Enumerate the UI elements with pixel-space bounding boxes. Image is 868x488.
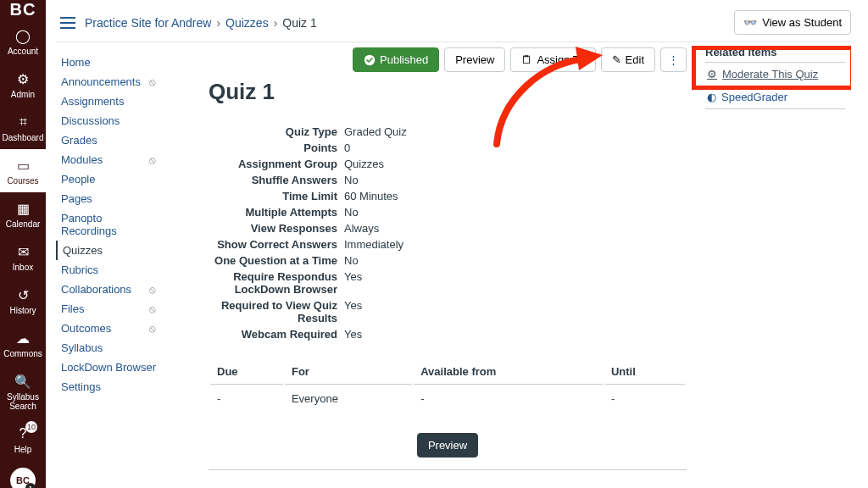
- nav-label: Announcements: [61, 75, 141, 88]
- courses-icon: ▭: [14, 156, 32, 175]
- hidden-icon: ⦸: [149, 323, 156, 335]
- breadcrumb-section[interactable]: Quizzes: [225, 16, 269, 30]
- detail-label: Shuffle Answers: [209, 174, 344, 186]
- detail-label: View Responses: [209, 222, 344, 235]
- related-items-aside: Related Items ⚙ Moderate This Quiz ◐ Spe…: [698, 42, 851, 488]
- cnav-item-assignments[interactable]: Assignments: [56, 92, 161, 111]
- detail-label: Time Limit: [209, 190, 344, 202]
- detail-row: Assignment GroupQuizzes: [209, 156, 598, 172]
- cnav-item-collaborations[interactable]: Collaborations⦸: [56, 280, 161, 299]
- nav-label: Syllabus: [61, 341, 103, 354]
- available-from-header: Available from: [414, 359, 603, 385]
- preview-quiz-button[interactable]: Preview: [417, 433, 478, 458]
- global-nav: BC ◯Account⚙Admin⌗Dashboard▭Courses▦Cale…: [0, 0, 46, 488]
- detail-value: Immediately: [344, 238, 403, 251]
- nav-label: Discussions: [61, 114, 120, 127]
- content-area: Published Preview 🗒 Assign To ✎ Edit ⋮: [166, 42, 698, 488]
- cnav-item-pages[interactable]: Pages: [56, 189, 161, 208]
- cnav-item-panopto-recordings[interactable]: Panopto Recordings: [56, 208, 161, 241]
- gnav-item-history[interactable]: ↺History: [0, 279, 46, 322]
- detail-value: Yes: [344, 328, 362, 341]
- preview-button[interactable]: Preview: [444, 47, 505, 72]
- cnav-item-announcements[interactable]: Announcements⦸: [56, 72, 161, 92]
- course-nav: HomeAnnouncements⦸AssignmentsDiscussions…: [56, 42, 166, 488]
- gnav-item-admin[interactable]: ⚙Admin: [0, 63, 46, 106]
- gnav-item-dashboard[interactable]: ⌗Dashboard: [0, 106, 46, 149]
- detail-label: Show Correct Answers: [209, 238, 344, 251]
- for-header: For: [285, 359, 412, 385]
- pencil-icon: ✎: [612, 53, 621, 66]
- admin-icon: ⚙: [14, 69, 32, 88]
- syllabus-search-icon: 🔍: [14, 372, 32, 391]
- nav-label: Files: [61, 302, 84, 315]
- detail-value: Quizzes: [344, 158, 384, 170]
- detail-row: Require Respondus LockDown BrowserYes: [209, 269, 598, 297]
- gnav-label: Courses: [7, 176, 38, 186]
- gnav-item-syllabus-search[interactable]: 🔍Syllabus Search: [0, 365, 46, 418]
- cnav-item-lockdown-browser[interactable]: LockDown Browser: [56, 358, 161, 377]
- detail-row: Shuffle AnswersNo: [209, 172, 598, 188]
- gnav-item-commons[interactable]: ☁Commons: [0, 322, 46, 365]
- gnav-item-help[interactable]: ?Help10: [0, 418, 46, 461]
- gnav-item-courses[interactable]: ▭Courses: [0, 149, 46, 192]
- hidden-icon: ⦸: [149, 154, 156, 166]
- cnav-item-grades[interactable]: Grades: [56, 130, 161, 150]
- related-items-heading: Related Items: [705, 46, 846, 63]
- hamburger-icon[interactable]: [56, 11, 80, 35]
- cnav-item-home[interactable]: Home: [56, 53, 161, 72]
- cnav-item-people[interactable]: People: [56, 169, 161, 189]
- edit-button[interactable]: ✎ Edit: [601, 47, 655, 72]
- quiz-details: Quiz TypeGraded QuizPoints0Assignment Gr…: [209, 124, 598, 342]
- nav-label: Quizzes: [63, 244, 103, 257]
- cnav-item-outcomes[interactable]: Outcomes⦸: [56, 319, 161, 338]
- more-options-button[interactable]: ⋮: [660, 47, 687, 72]
- cnav-item-discussions[interactable]: Discussions: [56, 111, 161, 130]
- cnav-item-rubrics[interactable]: Rubrics: [56, 260, 161, 280]
- gnav-item-inbox[interactable]: ✉Inbox: [0, 236, 46, 279]
- nav-label: Pages: [61, 192, 92, 205]
- cnav-item-quizzes[interactable]: Quizzes: [56, 241, 161, 260]
- cnav-item-modules[interactable]: Modules⦸: [56, 150, 161, 169]
- detail-value: Yes: [344, 299, 362, 324]
- assign-to-button[interactable]: 🗒 Assign To: [510, 47, 595, 72]
- nav-label: Collaborations: [61, 283, 131, 296]
- detail-row: Required to View Quiz ResultsYes: [209, 297, 598, 326]
- check-circle-icon: [364, 54, 376, 66]
- cnav-item-files[interactable]: Files⦸: [56, 299, 161, 319]
- nav-label: Panopto Recordings: [61, 212, 156, 237]
- gnav-label: Syllabus Search: [0, 392, 46, 411]
- nav-label: LockDown Browser: [61, 361, 156, 374]
- detail-label: Points: [209, 141, 344, 154]
- detail-value: Yes: [344, 270, 362, 296]
- detail-row: Webcam RequiredYes: [209, 326, 598, 342]
- detail-row: Show Correct AnswersImmediately: [209, 236, 598, 252]
- gnav-label: Calendar: [6, 219, 41, 229]
- moderate-this-quiz-link[interactable]: ⚙ Moderate This Quiz: [705, 63, 846, 86]
- detail-value: Always: [344, 222, 379, 235]
- detail-value: 60 Minutes: [344, 190, 398, 202]
- breadcrumb-site[interactable]: Practice Site for Andrew: [85, 16, 211, 30]
- brand-logo: BC: [0, 0, 46, 19]
- glasses-icon: 👓: [743, 16, 757, 29]
- nav-label: People: [61, 173, 95, 186]
- until-header: Until: [604, 359, 685, 385]
- gnav-item-calendar[interactable]: ▦Calendar: [0, 192, 46, 236]
- gnav-item-account[interactable]: ◯Account: [0, 19, 46, 63]
- view-as-student-button[interactable]: 👓 View as Student: [734, 10, 851, 35]
- assign-icon: 🗒: [521, 53, 532, 66]
- published-button[interactable]: Published: [353, 47, 439, 72]
- detail-row: Quiz TypeGraded Quiz: [209, 124, 598, 140]
- nav-label: Home: [61, 56, 91, 69]
- speedgrader-link[interactable]: ◐ SpeedGrader: [705, 86, 846, 108]
- gnav-label: Help: [14, 445, 32, 454]
- cnav-item-settings[interactable]: Settings: [56, 377, 161, 396]
- avatar[interactable]: BC 1: [10, 468, 36, 488]
- chevron-right-icon: ›: [216, 16, 220, 30]
- chevron-right-icon: ›: [274, 16, 278, 30]
- due-dates-table: Due For Available from Until -Everyone--: [209, 358, 687, 413]
- detail-label: Required to View Quiz Results: [209, 299, 344, 324]
- cnav-item-syllabus[interactable]: Syllabus: [56, 338, 161, 358]
- breadcrumb-current: Quiz 1: [282, 16, 316, 30]
- gnav-label: Admin: [11, 90, 35, 99]
- detail-row: Multiple AttemptsNo: [209, 204, 598, 220]
